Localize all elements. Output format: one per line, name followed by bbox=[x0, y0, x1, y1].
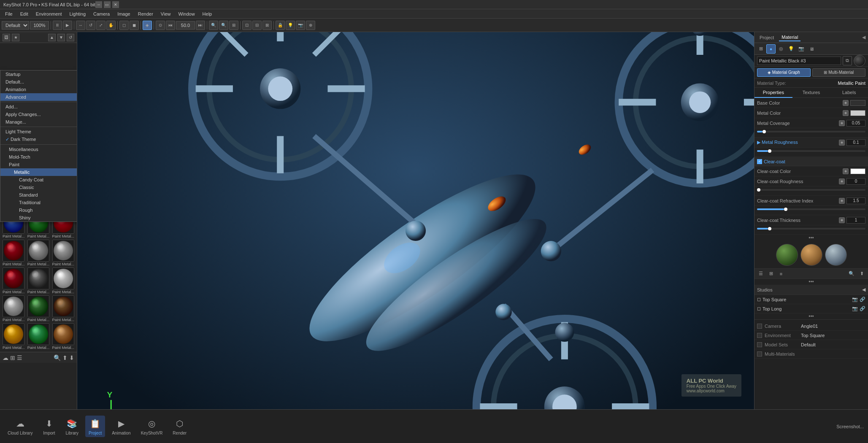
clearcoat-thickness-info[interactable]: ◈ bbox=[839, 217, 845, 223]
clearcoat-section-header[interactable]: ✓ Clear-coat bbox=[754, 157, 868, 166]
dropdown-metallic[interactable]: Metallic bbox=[0, 168, 77, 176]
bottom-animation[interactable]: ▶ Animation bbox=[108, 416, 134, 437]
dropdown-add[interactable]: Add... bbox=[0, 103, 77, 111]
material-label[interactable]: Material bbox=[779, 34, 800, 41]
panel-tab-camera[interactable]: 📷 bbox=[797, 44, 806, 54]
clearcoat-roughness-thumb[interactable] bbox=[757, 188, 760, 192]
clearcoat-color-info[interactable]: ◈ bbox=[843, 168, 849, 174]
mat-thumb-14[interactable] bbox=[27, 295, 49, 317]
panel-tab-globe[interactable]: ◎ bbox=[776, 44, 786, 54]
metal-coverage-thumb[interactable] bbox=[763, 130, 766, 133]
menu-help[interactable]: Help bbox=[199, 11, 216, 17]
mid-dots-btn[interactable]: ••• bbox=[807, 279, 816, 285]
bottom-project[interactable]: 📋 Project bbox=[85, 416, 105, 437]
mat-thumb-15[interactable] bbox=[52, 295, 74, 317]
menu-camera[interactable]: Camera bbox=[90, 11, 113, 17]
dropdown-advanced[interactable]: Advanced bbox=[0, 93, 77, 101]
clearcoat-ri-info[interactable]: ◈ bbox=[839, 198, 845, 204]
extra-btn[interactable]: ⊕ bbox=[306, 21, 315, 30]
clearcoat-roughness-slider[interactable] bbox=[754, 189, 868, 196]
dropdown-default[interactable]: Default... bbox=[0, 78, 77, 86]
base-color-info[interactable]: ◈ bbox=[843, 100, 849, 106]
front-btn[interactable]: ⊠ bbox=[262, 21, 272, 30]
left-panel-download-icon[interactable]: ⬇ bbox=[69, 354, 74, 361]
preset-select[interactable]: Default bbox=[2, 21, 29, 30]
metal-color-swatch[interactable] bbox=[850, 110, 865, 116]
clearcoat-ri-slider[interactable] bbox=[754, 208, 868, 215]
cam-cb-3[interactable] bbox=[757, 342, 762, 347]
metal-coverage-info[interactable]: ◈ bbox=[839, 120, 845, 126]
metal-color-info[interactable]: ◈ bbox=[843, 110, 849, 116]
left-panel-cloud-icon[interactable]: ☁ bbox=[3, 354, 8, 361]
persp-btn[interactable]: ⊟ bbox=[252, 21, 262, 30]
zoom-input[interactable] bbox=[30, 21, 49, 30]
props-dots-btn[interactable]: ••• bbox=[807, 235, 816, 241]
lock-btn[interactable]: 🔒 bbox=[276, 21, 285, 30]
tab-textures[interactable]: Textures bbox=[792, 88, 830, 98]
metal-roughness-info[interactable]: ◈ bbox=[839, 140, 845, 146]
mat-thumb-10[interactable] bbox=[3, 267, 24, 289]
menu-lighting[interactable]: Lighting bbox=[66, 11, 89, 17]
dropdown-mold-tech[interactable]: Mold-Tech bbox=[0, 153, 77, 161]
clearcoat-checkbox[interactable]: ✓ bbox=[757, 159, 762, 164]
panel-tab-screen[interactable]: 🖥 bbox=[807, 44, 816, 54]
fit-btn[interactable]: ⊞ bbox=[229, 21, 238, 30]
mat-thumb-17[interactable] bbox=[27, 323, 49, 345]
menu-file[interactable]: File bbox=[2, 11, 16, 17]
mat-thumb-7[interactable] bbox=[3, 240, 24, 262]
mat-thumb-18[interactable] bbox=[52, 323, 74, 345]
prev-frame-btn[interactable]: ⏮ bbox=[166, 21, 175, 30]
menu-view[interactable]: View bbox=[157, 11, 174, 17]
metal-roughness-thumb[interactable] bbox=[768, 149, 771, 153]
dropdown-standard[interactable]: Standard bbox=[0, 191, 77, 199]
clearcoat-ri-input[interactable] bbox=[846, 197, 865, 204]
preview-grid-btn[interactable]: ⊞ bbox=[766, 269, 776, 278]
dropdown-candy-coat[interactable]: Candy Coat bbox=[0, 176, 77, 184]
metal-coverage-slider[interactable] bbox=[754, 131, 868, 138]
preview-search-btn[interactable]: 🔍 bbox=[847, 269, 856, 278]
material-name-input[interactable] bbox=[757, 57, 841, 65]
dropdown-apply-changes[interactable]: Apply Changes... bbox=[0, 111, 77, 118]
bottom-cloud-library[interactable]: ☁ Cloud Library bbox=[4, 416, 36, 437]
preview-list-btn[interactable]: ☰ bbox=[756, 269, 765, 278]
preview-ball-3[interactable] bbox=[825, 244, 847, 266]
dropdown-shiny[interactable]: Shiny bbox=[0, 214, 77, 222]
panel-tab-light[interactable]: 💡 bbox=[787, 44, 796, 54]
clearcoat-roughness-info[interactable]: ◈ bbox=[839, 178, 845, 184]
panel-tab-grid[interactable]: ⊞ bbox=[756, 44, 765, 54]
viewport[interactable]: X Y Z ALL PC World Free Apps One Click A… bbox=[77, 32, 754, 409]
tab-properties[interactable]: Properties bbox=[754, 88, 792, 98]
select-btn[interactable]: ◈ bbox=[143, 21, 152, 30]
clearcoat-thickness-slider[interactable] bbox=[754, 228, 868, 235]
cam-cb-2[interactable] bbox=[757, 333, 762, 338]
dropdown-traditional[interactable]: Traditional bbox=[0, 199, 77, 206]
bottom-import[interactable]: ⬇ Import bbox=[39, 416, 59, 437]
dropdown-light-theme[interactable]: Light Theme bbox=[0, 128, 77, 135]
mat-thumb-8[interactable] bbox=[27, 240, 49, 262]
bottom-render[interactable]: ⬡ Render bbox=[169, 416, 190, 437]
light-btn2[interactable]: 💡 bbox=[286, 21, 295, 30]
dropdown-paint[interactable]: Paint bbox=[0, 161, 77, 168]
menu-render[interactable]: Render bbox=[135, 11, 157, 17]
preview-ball-1[interactable] bbox=[776, 244, 798, 266]
zoom-out-btn[interactable]: 🔍 bbox=[209, 21, 218, 30]
preview-up-btn[interactable]: ⬆ bbox=[857, 269, 866, 278]
clearcoat-color-swatch[interactable] bbox=[850, 168, 865, 174]
mat-thumb-16[interactable] bbox=[3, 323, 24, 345]
menu-environment[interactable]: Environment bbox=[32, 11, 65, 17]
dropdown-dark-theme[interactable]: Dark Theme bbox=[0, 135, 77, 143]
bottom-keyshot-vr[interactable]: ◎ KeyShotVR bbox=[138, 416, 166, 437]
rotate-btn[interactable]: ↺ bbox=[86, 21, 95, 30]
clearcoat-ri-thumb[interactable] bbox=[784, 208, 787, 211]
pan-btn[interactable]: ✋ bbox=[106, 21, 116, 30]
sidebar-nav-btn2[interactable]: ▼ bbox=[57, 34, 65, 41]
base-color-swatch[interactable] bbox=[850, 100, 865, 106]
dropdown-manage[interactable]: Manage... bbox=[0, 118, 77, 126]
preview-filter-btn[interactable]: ≡ bbox=[776, 269, 786, 278]
left-panel-upload-icon[interactable]: ⬆ bbox=[62, 354, 68, 361]
frame-input[interactable] bbox=[176, 21, 195, 30]
sidebar-nav-btn1[interactable]: ▲ bbox=[48, 34, 56, 41]
sidebar-img-btn[interactable]: 🖼 bbox=[3, 34, 10, 41]
pause-btn[interactable]: ⏸ bbox=[53, 21, 62, 30]
dropdown-rough[interactable]: Rough bbox=[0, 206, 77, 214]
